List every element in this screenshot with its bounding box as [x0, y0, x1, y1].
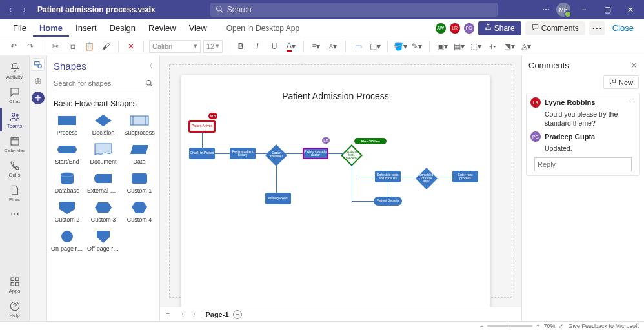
shape-custom2[interactable]: Custom 2 [50, 198, 85, 226]
close-button[interactable]: Close [609, 23, 638, 33]
maximize-icon[interactable]: ▢ [598, 0, 617, 19]
tab-view[interactable]: View [183, 19, 214, 37]
group-icon[interactable]: ⬚▾ [468, 39, 483, 53]
presence-pg[interactable]: PG [464, 23, 474, 34]
close-comments-icon[interactable]: ✕ [630, 61, 638, 70]
tab-insert[interactable]: Insert [69, 19, 103, 37]
next-page-icon[interactable]: 〉 [190, 309, 201, 319]
shape-data[interactable]: Data [122, 140, 157, 168]
comment-thread[interactable]: LR Lyyne Robbins ⋯ Could you please try … [526, 93, 640, 176]
node-enter[interactable]: Enter next process [452, 171, 478, 182]
node-schedule[interactable]: Schedule tests and consults [375, 171, 401, 182]
rail-chat[interactable]: Chat [0, 84, 29, 107]
prev-page-icon[interactable]: 〈 [176, 309, 186, 319]
node-departs[interactable]: Patient Departs [374, 197, 402, 206]
node-consult[interactable]: Patient consults doctor [303, 148, 328, 159]
align-shapes-icon[interactable]: ⫞▾ [485, 39, 499, 53]
node-arrives[interactable]: Patient Arrives [189, 121, 215, 132]
page-tab-current[interactable]: Page-1 [205, 311, 228, 318]
copy-icon[interactable]: ⧉ [65, 39, 79, 53]
shapes-search-icon[interactable] [144, 77, 154, 90]
drawing-page[interactable]: Patient Admission Process MB LR Alex Wil… [181, 75, 490, 307]
rail-calls[interactable]: Calls [0, 157, 29, 180]
collapse-panel-icon[interactable]: 〈 [146, 61, 153, 71]
presence-lr[interactable]: LR [450, 23, 460, 34]
cut-icon[interactable]: ✂ [48, 39, 63, 53]
zoom-out-icon[interactable]: − [480, 323, 483, 329]
comment-more-icon[interactable]: ⋯ [629, 99, 636, 107]
italic-icon[interactable]: I [250, 39, 265, 53]
fit-page-icon[interactable]: ⤢ [559, 323, 564, 329]
text-block-icon[interactable]: A▾ [326, 39, 340, 53]
rail-apps[interactable]: Apps [0, 273, 29, 296]
add-stencil-icon[interactable]: + [32, 92, 45, 104]
rail-activity[interactable]: Activity [0, 59, 29, 82]
zoom-in-icon[interactable]: + [536, 323, 539, 329]
close-window-icon[interactable]: ✕ [621, 0, 640, 19]
title-search[interactable] [210, 3, 498, 17]
rail-help[interactable]: Help [0, 298, 29, 321]
nav-back-icon[interactable]: ‹ [4, 3, 17, 16]
font-name-select[interactable]: Calibri▾ [149, 40, 201, 53]
redo-icon[interactable]: ↷ [23, 39, 37, 53]
shapes-search-input[interactable] [52, 77, 144, 90]
pages-menu-icon[interactable]: ≡ [164, 311, 172, 318]
shape-custom3[interactable]: Custom 3 [86, 198, 121, 226]
paste-icon[interactable]: 📋 [82, 39, 96, 53]
shape-custom1[interactable]: Custom 1 [122, 169, 157, 197]
pointer-tool-icon[interactable]: ▭ [351, 39, 365, 53]
align-icon[interactable]: ≡▾ [309, 39, 323, 53]
user-avatar[interactable]: MB [556, 3, 570, 17]
bring-front-icon[interactable]: ▣▾ [435, 39, 449, 53]
add-page-icon[interactable]: + [233, 310, 242, 319]
shape-process[interactable]: Process [50, 111, 85, 139]
shape-startend[interactable]: Start/End [50, 140, 85, 168]
node-history[interactable]: Review patient history [230, 148, 256, 159]
shape-subprocess[interactable]: Subprocess [122, 111, 157, 139]
stencils-tool-icon[interactable] [32, 75, 45, 88]
font-size-select[interactable]: 12▾ [203, 40, 223, 53]
rail-more-icon[interactable]: ⋯ [10, 209, 19, 219]
canvas[interactable]: Patient Admission Process MB LR Alex Wil… [160, 55, 521, 307]
ribbon-more-icon[interactable]: ⋯ [589, 21, 605, 35]
shape-decision[interactable]: Decision [86, 111, 121, 139]
tab-home[interactable]: Home [33, 19, 69, 37]
minimize-icon[interactable]: − [574, 0, 594, 19]
rectangle-tool-icon[interactable]: ▢▾ [368, 39, 382, 53]
fill-color-icon[interactable]: 🪣▾ [393, 39, 407, 53]
new-comment-button[interactable]: New [603, 75, 639, 89]
tab-design[interactable]: Design [103, 19, 142, 37]
shape-database[interactable]: Database [50, 169, 85, 197]
shape-document[interactable]: Document [86, 140, 121, 168]
rail-calendar[interactable]: Calendar [0, 133, 29, 156]
shape-offpage[interactable]: Off-page ref... [86, 227, 121, 255]
zoom-slider[interactable] [487, 325, 532, 327]
reply-input[interactable] [534, 157, 632, 171]
underline-icon[interactable]: U [267, 39, 281, 53]
node-waiting[interactable]: Waiting Room [265, 193, 291, 204]
shapes-tool-icon[interactable] [32, 58, 45, 71]
open-in-desktop-link[interactable]: Open in Desktop App [226, 24, 299, 33]
feedback-link[interactable]: Give Feedback to Microsoft [568, 323, 639, 329]
title-more-icon[interactable]: ⋯ [539, 5, 552, 14]
position-icon[interactable]: ⬔▾ [502, 39, 516, 53]
share-button[interactable]: Share [478, 21, 521, 35]
nav-forward-icon[interactable]: › [18, 3, 31, 16]
search-input[interactable] [227, 5, 492, 14]
delete-icon[interactable]: ✕ [124, 39, 138, 53]
presence-aw[interactable]: AW [436, 23, 446, 34]
comments-button[interactable]: Comments [525, 21, 585, 35]
format-painter-icon[interactable]: 🖌 [99, 39, 113, 53]
tab-review[interactable]: Review [142, 19, 183, 37]
node-same-day[interactable]: Scheduled for same day? [416, 168, 438, 189]
rail-files[interactable]: Files [0, 182, 29, 205]
send-back-icon[interactable]: ▤▾ [452, 39, 466, 53]
node-checkin[interactable]: Check-In Patient [189, 148, 215, 159]
undo-icon[interactable]: ↶ [6, 39, 21, 53]
bold-icon[interactable]: B [234, 39, 248, 53]
tab-file[interactable]: File [6, 19, 33, 37]
line-color-icon[interactable]: ✎▾ [410, 39, 424, 53]
change-shape-icon[interactable]: ◬▾ [519, 39, 533, 53]
shapes-search[interactable] [52, 77, 154, 90]
shape-custom4[interactable]: Custom 4 [122, 198, 157, 226]
